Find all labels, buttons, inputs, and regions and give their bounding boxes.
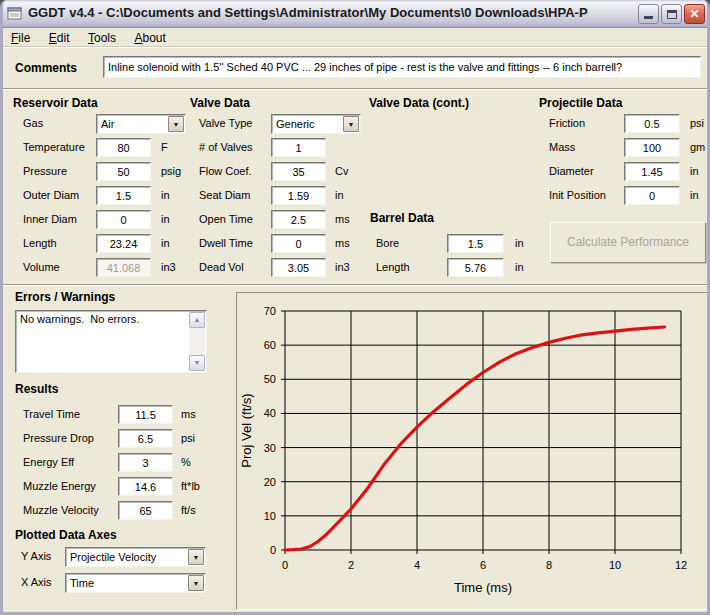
energy-eff-unit: % (181, 453, 191, 468)
minimize-icon (644, 16, 653, 19)
chevron-down-icon[interactable]: ▼ (188, 575, 204, 591)
barrel-length-input[interactable] (447, 258, 504, 277)
results-header: Results (15, 382, 58, 396)
projectile-header: Projectile Data (539, 96, 622, 110)
axes-header: Plotted Data Axes (15, 528, 117, 542)
valve-header: Valve Data (190, 96, 250, 110)
reservoir-header: Reservoir Data (13, 96, 98, 110)
svg-text:60: 60 (264, 339, 276, 351)
friction-label: Friction (549, 114, 585, 129)
mass-unit: gm (690, 138, 705, 153)
pressure-drop-unit: psi (181, 429, 195, 444)
x-axis-value: Time (70, 577, 94, 589)
menu-item-tools[interactable]: Tools (81, 29, 123, 45)
chevron-down-icon[interactable]: ▼ (188, 549, 204, 565)
window-title: GGDT v4.4 - C:\Documents and Settings\Ad… (28, 5, 588, 20)
svg-text:Proj Vel (ft/s): Proj Vel (ft/s) (239, 393, 254, 467)
mass-label: Mass (549, 138, 575, 153)
svg-text:12: 12 (675, 559, 687, 571)
diameter-label: Diameter (549, 162, 594, 177)
mass-input[interactable] (624, 138, 680, 157)
energy-eff-output[interactable] (118, 453, 173, 472)
app-icon (7, 6, 23, 22)
mass-row: Mass gm (3, 138, 707, 158)
svg-text:Time (ms): Time (ms) (454, 580, 512, 595)
open-time-unit: ms (335, 210, 350, 225)
svg-text:70: 70 (264, 305, 276, 317)
energy-eff-label: Energy Eff (23, 453, 74, 468)
open-time-label: Open Time (199, 210, 253, 225)
menu-item-file[interactable]: File (4, 29, 37, 45)
errors-scrollbar[interactable]: ▲ ▼ (189, 312, 205, 371)
x-axis-select[interactable]: Time ▼ (65, 573, 206, 593)
travel-time-output[interactable] (118, 405, 173, 424)
bore-label: Bore (376, 234, 399, 249)
init-position-label: Init Position (549, 186, 606, 201)
maximize-button[interactable] (661, 4, 682, 24)
muzzle-velocity-unit: ft/s (181, 501, 196, 516)
y-axis-label: Y Axis (21, 547, 51, 562)
diameter-unit: in (690, 162, 699, 177)
errors-text: No warnings. No errors. (20, 313, 139, 325)
x-axis-label: X Axis (21, 573, 52, 588)
svg-text:4: 4 (414, 559, 420, 571)
errors-header: Errors / Warnings (15, 290, 115, 304)
init-position-row: Init Position in (3, 186, 707, 206)
menu-item-about[interactable]: About (127, 29, 172, 45)
pressure-drop-output[interactable] (118, 429, 173, 448)
friction-row: Friction psi (3, 114, 707, 134)
comments-input[interactable] (103, 56, 701, 78)
barrel-length-label: Length (376, 258, 410, 273)
muzzle-velocity-label: Muzzle Velocity (23, 501, 99, 516)
close-button[interactable]: ✕ (684, 4, 705, 24)
y-axis-value: Projectile Velocity (70, 551, 156, 563)
open-time-input[interactable] (271, 210, 326, 229)
muzzle-energy-unit: ft*lb (181, 477, 200, 492)
y-axis-select[interactable]: Projectile Velocity ▼ (65, 547, 206, 567)
scroll-up-icon[interactable]: ▲ (189, 312, 205, 328)
svg-text:20: 20 (264, 476, 276, 488)
muzzle-velocity-output[interactable] (118, 501, 173, 520)
diameter-input[interactable] (624, 162, 680, 181)
init-position-input[interactable] (624, 186, 680, 205)
minimize-button[interactable] (638, 4, 659, 24)
init-position-unit: in (690, 186, 699, 201)
divider (3, 284, 707, 286)
velocity-chart: 010203040506070024681012Time (ms)Proj Ve… (236, 292, 708, 610)
svg-text:2: 2 (348, 559, 354, 571)
divider (3, 88, 707, 90)
bore-input[interactable] (447, 234, 504, 253)
barrel-length-unit: in (515, 258, 524, 273)
close-icon: ✕ (685, 7, 704, 21)
muzzle-energy-label: Muzzle Energy (23, 477, 96, 492)
svg-text:0: 0 (282, 559, 288, 571)
svg-text:10: 10 (264, 510, 276, 522)
title-bar: GGDT v4.4 - C:\Documents and Settings\Ad… (0, 0, 710, 28)
friction-input[interactable] (624, 114, 680, 133)
app-window: GGDT v4.4 - C:\Documents and Settings\Ad… (0, 0, 710, 615)
errors-box[interactable]: No warnings. No errors. ▲ ▼ (15, 310, 207, 373)
maximize-icon (667, 10, 677, 19)
calculate-performance-button[interactable]: Calculate Performance (550, 222, 706, 263)
bore-unit: in (515, 234, 524, 249)
menu-bar: File Edit Tools About (0, 28, 710, 47)
svg-text:30: 30 (264, 442, 276, 454)
svg-text:40: 40 (264, 407, 276, 419)
scroll-down-icon[interactable]: ▼ (189, 355, 205, 371)
friction-unit: psi (690, 114, 704, 129)
muzzle-energy-output[interactable] (118, 477, 173, 496)
chart-plot: 010203040506070024681012Time (ms)Proj Ve… (237, 293, 707, 609)
menu-item-edit[interactable]: Edit (42, 29, 77, 45)
svg-text:0: 0 (270, 544, 276, 556)
diameter-row: Diameter in (3, 162, 707, 182)
travel-time-label: Travel Time (23, 405, 80, 420)
travel-time-unit: ms (181, 405, 196, 420)
svg-text:10: 10 (609, 559, 621, 571)
svg-text:6: 6 (480, 559, 486, 571)
pressure-drop-label: Pressure Drop (23, 429, 94, 444)
valve-cont-header: Valve Data (cont.) (369, 96, 469, 110)
comments-label: Comments (15, 61, 77, 75)
svg-text:50: 50 (264, 373, 276, 385)
svg-text:8: 8 (546, 559, 552, 571)
